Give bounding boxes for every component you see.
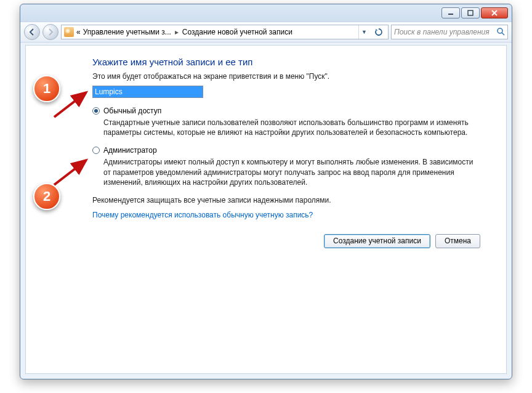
annotation-badge-2: 2 [33,183,60,210]
titlebar [20,4,512,22]
button-row: Создание учетной записи Отмена [92,234,482,248]
radio-standard[interactable] [92,107,100,115]
cancel-button[interactable]: Отмена [435,234,480,248]
svg-line-5 [502,33,504,35]
user-accounts-icon [64,27,74,37]
address-dropdown-button[interactable]: ▼ [358,25,369,39]
content-area: Укажите имя учетной записи и ее тип Это … [25,45,507,374]
radio-standard-desc: Стандартные учетные записи пользователей… [103,118,482,137]
svg-rect-1 [468,10,473,15]
address-bar[interactable]: « Управление учетными з... ▸ Создание но… [61,25,389,39]
search-input[interactable]: Поиск в панели управления [391,25,508,39]
maximize-button[interactable] [461,7,480,18]
close-button[interactable] [481,7,508,18]
radio-admin-label[interactable]: Администратор [103,146,157,155]
breadcrumb-prefix: « [76,28,81,36]
create-account-button[interactable]: Создание учетной записи [324,234,430,248]
navigation-bar: « Управление учетными з... ▸ Создание но… [20,22,512,43]
back-button[interactable] [24,24,40,40]
page-title: Укажите имя учетной записи и ее тип [92,57,482,67]
svg-point-4 [498,28,502,33]
account-name-input[interactable] [92,86,203,98]
search-icon [496,27,505,38]
radio-admin[interactable] [92,147,100,154]
page-subtext: Это имя будет отображаться на экране при… [92,72,482,81]
why-standard-link[interactable]: Почему рекомендуется использовать обычну… [92,211,313,219]
radio-standard-label[interactable]: Обычный доступ [103,107,161,115]
minimize-button[interactable] [441,7,460,18]
breadcrumb-item-2[interactable]: Создание новой учетной записи [182,28,292,36]
breadcrumb-item-1[interactable]: Управление учетными з... [83,28,171,36]
refresh-button[interactable] [372,28,385,36]
radio-admin-desc: Администраторы имеют полный доступ к ком… [103,157,482,187]
annotation-badge-1: 1 [33,75,60,102]
chevron-right-icon: ▸ [174,28,180,36]
radio-standard-block: Обычный доступ Стандартные учетные запис… [92,107,482,137]
forward-button[interactable] [42,24,58,40]
window-frame: « Управление учетными з... ▸ Создание но… [20,4,512,379]
radio-admin-block: Администратор Администраторы имеют полны… [92,146,482,187]
search-placeholder: Поиск в панели управления [394,28,496,36]
recommendation-text: Рекомендуется защищать все учетные запис… [92,196,482,205]
